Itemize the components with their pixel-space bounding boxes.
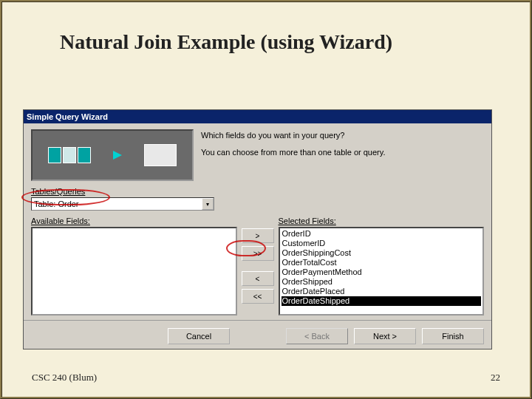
selected-fields-label: Selected Fields: [279, 216, 485, 225]
back-button: < Back [286, 328, 348, 344]
list-item[interactable]: OrderTotalCost [282, 258, 482, 267]
slide-footer: CSC 240 (Blum) [32, 372, 97, 383]
cancel-button[interactable]: Cancel [168, 328, 230, 344]
list-item[interactable]: OrderShippingCost [282, 248, 482, 258]
list-item[interactable]: OrderDatePlaced [282, 287, 482, 296]
list-item[interactable]: OrderDateShipped [282, 296, 482, 306]
wizard-instructions: Which fields do you want in your query? … [201, 129, 484, 181]
remove-all-fields-button[interactable]: << [242, 289, 274, 304]
remove-field-button[interactable]: < [242, 271, 274, 286]
available-fields-listbox[interactable] [31, 227, 237, 316]
add-field-button[interactable]: > [242, 228, 274, 243]
list-item[interactable]: OrderID [282, 229, 482, 239]
tables-queries-combo[interactable]: Table: Order [31, 197, 214, 211]
instruction-line-2: You can choose from more than one table … [201, 146, 484, 159]
combo-selected-value: Table: Order [32, 198, 202, 210]
finish-button[interactable]: Finish [422, 328, 484, 344]
wizard-illustration [31, 129, 194, 181]
selected-fields-listbox[interactable]: OrderIDCustomerIDOrderShippingCostOrderT… [279, 227, 485, 316]
wizard-upper-panel: Which fields do you want in your query? … [24, 123, 491, 181]
simple-query-wizard-dialog: Simple Query Wizard Which fields do you … [23, 109, 492, 349]
instruction-line-1: Which fields do you want in your query? [201, 129, 484, 142]
slide-title: Natural Join Example (using Wizard) [60, 30, 500, 54]
field-move-buttons: > >> < << [242, 228, 274, 316]
wizard-titlebar: Simple Query Wizard [24, 110, 491, 123]
chevron-down-icon[interactable] [202, 198, 214, 210]
list-item[interactable]: OrderPaymentMethod [282, 267, 482, 277]
available-fields-label: Available Fields: [31, 216, 237, 225]
next-button[interactable]: Next > [354, 328, 416, 344]
list-item[interactable]: OrderShipped [282, 277, 482, 287]
slide-number: 22 [491, 372, 500, 383]
wizard-button-row: Cancel < Back Next > Finish [24, 320, 491, 344]
list-item[interactable]: CustomerID [282, 239, 482, 248]
tables-queries-label: Tables/Queries [31, 187, 491, 196]
add-all-fields-button[interactable]: >> [242, 246, 274, 261]
